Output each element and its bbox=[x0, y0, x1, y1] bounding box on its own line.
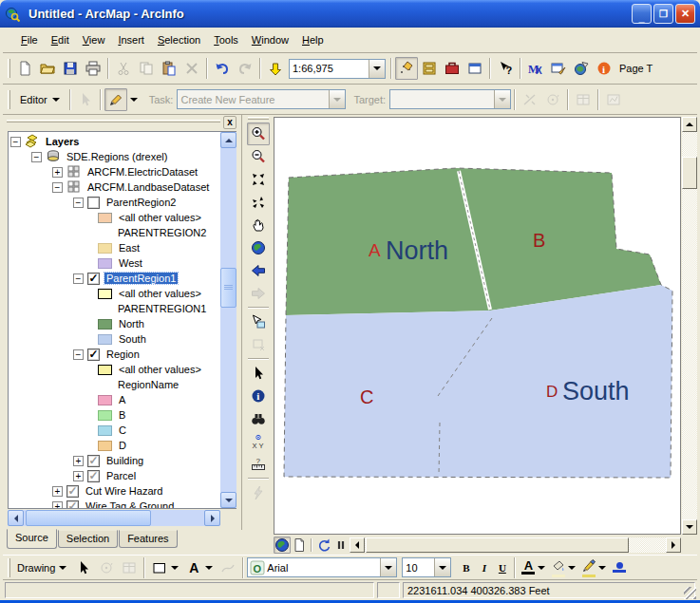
scrollbar-thumb[interactable] bbox=[220, 268, 236, 308]
toc-item-west[interactable]: West bbox=[9, 255, 220, 271]
arccatalog-button[interactable] bbox=[418, 57, 441, 80]
scroll-up-button[interactable] bbox=[682, 117, 697, 132]
toc-item-north[interactable]: North bbox=[9, 316, 220, 331]
toc-item-all-other-values[interactable]: <all other values> bbox=[9, 286, 220, 301]
delete-button[interactable] bbox=[180, 57, 203, 80]
legend-swatch[interactable] bbox=[98, 289, 112, 299]
collapse-icon[interactable]: − bbox=[73, 273, 84, 284]
layer-checkbox[interactable]: ✓ bbox=[87, 349, 100, 361]
toc-item-parentregion2[interactable]: −ParentRegion2 bbox=[9, 195, 220, 210]
map-horizontal-scrollbar[interactable] bbox=[350, 537, 681, 553]
toc-item-b[interactable]: B bbox=[9, 407, 220, 423]
legend-swatch[interactable] bbox=[98, 319, 112, 330]
toc-vertical-scrollbar[interactable] bbox=[220, 132, 236, 508]
toc-item-all-other-values[interactable]: <all other values> bbox=[9, 362, 220, 377]
toc-item-building[interactable]: +✓Building bbox=[9, 453, 220, 468]
toc-item-parentregion2[interactable]: PARENTREGION2 bbox=[9, 225, 220, 240]
legend-swatch[interactable] bbox=[98, 243, 112, 254]
add-data-button[interactable] bbox=[264, 57, 287, 80]
legend-swatch[interactable] bbox=[98, 410, 112, 421]
fill-color-button[interactable] bbox=[549, 557, 568, 578]
editor-toolbar-toggle[interactable] bbox=[395, 57, 418, 80]
expand-icon[interactable]: + bbox=[73, 456, 84, 466]
legend-swatch[interactable] bbox=[98, 441, 112, 451]
legend-swatch[interactable] bbox=[98, 213, 112, 223]
toolbar-grip[interactable] bbox=[8, 90, 10, 109]
page-template-label[interactable]: Page T bbox=[619, 63, 653, 74]
expand-icon[interactable]: + bbox=[52, 167, 63, 178]
scroll-down-button[interactable] bbox=[220, 492, 236, 508]
menu-view[interactable]: View bbox=[76, 31, 112, 48]
layer-checkbox[interactable]: ✓ bbox=[87, 455, 100, 467]
scroll-down-button[interactable] bbox=[682, 519, 697, 535]
toolbar-grip[interactable] bbox=[248, 117, 269, 120]
toc-item-a[interactable]: A bbox=[9, 392, 220, 407]
layer-checkbox[interactable]: ✓ bbox=[66, 500, 79, 509]
menu-insert[interactable]: Insert bbox=[111, 31, 151, 48]
refresh-view-button[interactable] bbox=[315, 537, 332, 554]
full-extent-tool[interactable] bbox=[247, 236, 270, 259]
collapse-icon[interactable]: − bbox=[10, 137, 21, 147]
edit-tool-button[interactable] bbox=[74, 88, 97, 111]
title-bar[interactable]: Untitled - ArcMap - ArcInfo _ ❐ ✕ bbox=[0, 0, 700, 28]
scroll-left-button[interactable] bbox=[8, 510, 24, 526]
toc-item-sde-regions-drexel[interactable]: −SDE.Regions (drexel) bbox=[9, 149, 220, 164]
find-tool[interactable] bbox=[247, 407, 270, 430]
fixed-zoom-out-tool[interactable] bbox=[247, 191, 270, 214]
toc-item-regionname[interactable]: RegionName bbox=[9, 377, 220, 392]
rotate-tool-button[interactable] bbox=[541, 88, 564, 111]
measure-tool[interactable]: ? bbox=[247, 453, 270, 476]
redo-button[interactable] bbox=[234, 57, 256, 80]
expand-icon[interactable]: + bbox=[52, 486, 63, 497]
scrollbar-thumb[interactable] bbox=[26, 510, 151, 526]
menu-help[interactable]: Help bbox=[295, 31, 331, 48]
legend-swatch[interactable] bbox=[98, 365, 112, 375]
font-combo[interactable]: O Arial bbox=[247, 557, 397, 577]
font-color-button[interactable]: A bbox=[519, 557, 538, 578]
toc-item-arcfm-landbasedataset[interactable]: −ARCFM.LandbaseDataset bbox=[9, 179, 220, 195]
resize-grip[interactable] bbox=[684, 587, 696, 599]
toc-item-wire-tag-ground[interactable]: +✓Wire Tag & Ground bbox=[9, 499, 220, 508]
drawing-menu-button[interactable]: Drawing bbox=[13, 559, 59, 576]
scroll-left-button[interactable] bbox=[350, 537, 365, 553]
whats-this-button[interactable]: ? bbox=[494, 57, 517, 80]
marker-color-button[interactable] bbox=[610, 557, 629, 578]
target-combo[interactable] bbox=[389, 89, 511, 109]
chevron-down-icon[interactable] bbox=[434, 558, 450, 576]
data-view-button[interactable] bbox=[274, 537, 291, 554]
identify-tool[interactable]: i bbox=[247, 385, 270, 407]
legend-swatch[interactable] bbox=[98, 425, 112, 436]
legend-swatch[interactable] bbox=[98, 395, 112, 405]
copy-button[interactable] bbox=[135, 57, 158, 80]
toc-item-d[interactable]: D bbox=[9, 438, 220, 453]
pause-drawing-button[interactable] bbox=[332, 537, 350, 554]
fixed-zoom-in-tool[interactable] bbox=[247, 168, 270, 191]
arcfm-mx-button[interactable]: MX bbox=[524, 57, 547, 80]
maximize-button[interactable]: ❐ bbox=[653, 4, 673, 24]
collapse-icon[interactable]: − bbox=[52, 182, 63, 193]
editor-menu-button[interactable]: Editor bbox=[13, 91, 66, 108]
map-scale-input[interactable] bbox=[290, 61, 369, 77]
text-tool-button[interactable]: A bbox=[182, 556, 205, 579]
chevron-down-icon[interactable] bbox=[598, 566, 606, 570]
scrollbar-thumb[interactable] bbox=[366, 537, 629, 553]
menu-selection[interactable]: Selection bbox=[151, 31, 207, 48]
arcfm-globe-button[interactable] bbox=[570, 57, 593, 80]
chevron-down-icon[interactable] bbox=[171, 566, 179, 570]
scroll-up-button[interactable] bbox=[220, 132, 236, 148]
sketch-tool-button[interactable] bbox=[104, 88, 127, 111]
legend-swatch[interactable] bbox=[98, 258, 112, 269]
arcfm-designer-button[interactable] bbox=[547, 57, 570, 80]
toc-item-all-other-values[interactable]: <all other values> bbox=[9, 210, 220, 225]
shape-tool-button[interactable] bbox=[148, 556, 171, 579]
close-button[interactable]: ✕ bbox=[675, 4, 695, 24]
forward-extent-tool[interactable] bbox=[247, 282, 270, 305]
zoom-out-tool[interactable] bbox=[247, 145, 270, 168]
layer-checkbox[interactable]: ✓ bbox=[87, 470, 100, 482]
scroll-right-button[interactable] bbox=[204, 510, 220, 526]
clear-selection-tool[interactable] bbox=[247, 333, 270, 356]
select-elements-button[interactable] bbox=[72, 556, 95, 579]
toc-item-c[interactable]: C bbox=[9, 423, 220, 438]
map-scale-combo[interactable] bbox=[289, 59, 386, 79]
toc-item-south[interactable]: South bbox=[9, 331, 220, 347]
